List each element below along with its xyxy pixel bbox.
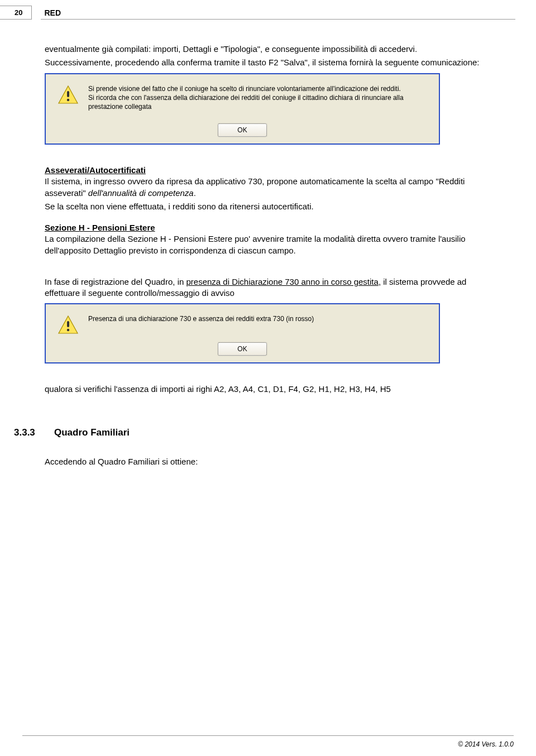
header-divider — [41, 19, 515, 20]
section-title: Quadro Familiari — [54, 427, 130, 439]
page-number: 20 — [0, 6, 32, 20]
paragraph: Il sistema, in ingresso ovvero da ripres… — [45, 176, 491, 199]
paragraph: Accedendo al Quadro Familiari si ottiene… — [45, 456, 491, 467]
text: qualora si verifichi l'assenza di import… — [45, 384, 391, 394]
subheading: Asseverati/Autocertificati — [45, 165, 491, 176]
text: . — [194, 188, 196, 198]
page-content: eventualmente già compilati: importi, De… — [45, 44, 491, 470]
ok-button[interactable]: OK — [218, 342, 266, 356]
page-header: 20 RED — [0, 6, 61, 20]
footer-text: © 2014 Vers. 1.0.0 — [458, 740, 514, 748]
paragraph: qualora si verifichi l'assenza di import… — [45, 384, 491, 395]
dialog-box: Si prende visione del fatto che il coniu… — [45, 73, 440, 145]
text-italic: dell'annualità di competenza — [88, 188, 194, 198]
paragraph: eventualmente già compilati: importi, De… — [45, 44, 491, 55]
svg-point-2 — [67, 98, 69, 101]
svg-point-5 — [67, 329, 69, 331]
dialog-text: Si prende visione del fatto che il coniu… — [88, 84, 430, 112]
section-number: 3.3.3 — [14, 427, 54, 439]
dialog-line: Si ricorda che con l'assenza della dichi… — [88, 94, 404, 111]
dialog-line: Si prende visione del fatto che il coniu… — [88, 85, 401, 93]
svg-rect-1 — [67, 91, 69, 97]
paragraph: In fase di registrazione del Quadro, in … — [45, 276, 491, 299]
subheading: Sezione H - Pensioni Estere — [45, 222, 491, 233]
footer-divider — [22, 735, 514, 736]
svg-rect-4 — [67, 321, 69, 327]
dialog-text: Presenza di una dichiarazione 730 e asse… — [88, 314, 314, 323]
warning-icon — [58, 85, 78, 104]
dialog-box: Presenza di una dichiarazione 730 e asse… — [45, 303, 440, 363]
text-underline: presenza di Dichiarazione 730 anno in co… — [186, 277, 378, 286]
ok-button[interactable]: OK — [218, 123, 266, 137]
header-title: RED — [32, 6, 61, 17]
warning-icon — [58, 315, 78, 334]
paragraph: La compilazione della Sezione H - Pensio… — [45, 233, 491, 256]
paragraph: Se la scelta non viene effettuata, i red… — [45, 201, 491, 212]
text: In fase di registrazione del Quadro, in — [45, 277, 186, 286]
paragraph: Successivamente, procedendo alla conferm… — [45, 57, 491, 68]
